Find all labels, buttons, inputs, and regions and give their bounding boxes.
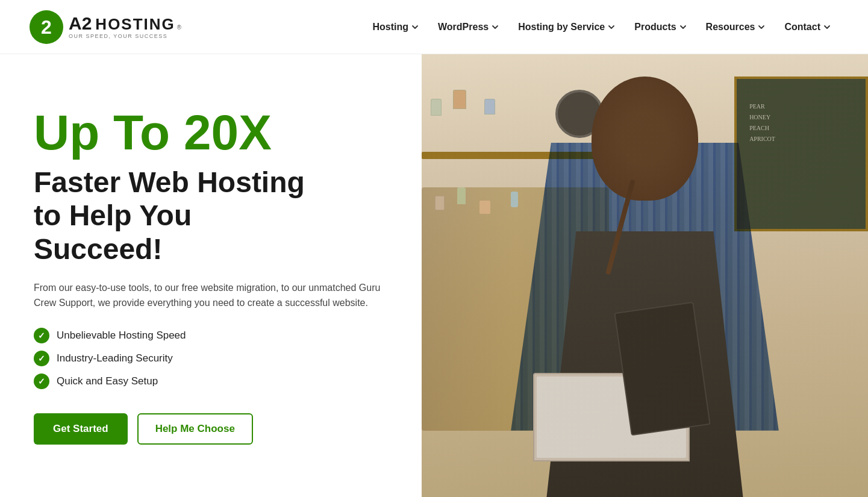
hero-section: Up To 20X Faster Web Hosting to Help You… — [0, 54, 868, 497]
container-4 — [511, 192, 518, 207]
chalkboard: PEARHONEYPEACHAPRICOT — [734, 77, 868, 231]
nav-link-resources[interactable]: Resources — [698, 17, 774, 37]
logo-text: A2 HOSTING ® OUR SPEED, YOUR SUCCESS — [69, 14, 181, 39]
logo-a2: A2 — [69, 14, 92, 33]
jar-2 — [453, 90, 466, 109]
nav-label-products: Products — [634, 22, 676, 33]
nav-link-contact[interactable]: Contact — [776, 17, 839, 37]
nav-item-contact: Contact — [776, 17, 839, 37]
cta-buttons: Get Started Help Me Choose — [34, 413, 393, 445]
feature-item-security: Industry-Leading Security — [34, 351, 393, 366]
logo-wrap: 2 A2 HOSTING ® OUR SPEED, YOUR SUCCESS — [29, 10, 181, 45]
svg-text:2: 2 — [41, 16, 52, 38]
chevron-down-icon — [679, 23, 687, 31]
logo-icon: 2 — [29, 10, 64, 45]
chevron-down-icon — [411, 23, 419, 31]
chevron-down-icon — [492, 23, 499, 31]
check-icon-security — [34, 351, 49, 366]
check-icon-speed — [34, 328, 49, 343]
jar-1 — [431, 99, 442, 116]
container-1 — [435, 196, 445, 210]
hero-subtitle: Faster Web Hosting to Help You Succeed! — [34, 166, 393, 266]
nav-link-products[interactable]: Products — [626, 17, 695, 37]
logo[interactable]: 2 A2 HOSTING ® OUR SPEED, YOUR SUCCESS — [29, 10, 181, 45]
jar-3 — [484, 99, 495, 114]
chalkboard-text: PEARHONEYPEACHAPRICOT — [749, 101, 775, 145]
feature-item-speed: Unbelievable Hosting Speed — [34, 328, 393, 343]
features-list: Unbelievable Hosting Speed Industry-Lead… — [34, 328, 393, 389]
nav-item-wordpress: WordPress — [429, 17, 507, 37]
feature-item-setup: Quick and Easy Setup — [34, 374, 393, 389]
chevron-down-icon — [823, 23, 831, 31]
nav-item-hosting-by-service: Hosting by Service — [510, 17, 623, 37]
hero-content: Up To 20X Faster Web Hosting to Help You… — [0, 54, 422, 497]
hero-subtitle-line2: to Help You — [34, 199, 192, 231]
head — [592, 77, 699, 201]
nav-label-hosting-by-service: Hosting by Service — [518, 22, 605, 33]
hero-uptitle: Up To 20X — [34, 107, 393, 158]
hero-image: PEARHONEYPEACHAPRICOT — [422, 54, 868, 497]
navbar: 2 A2 HOSTING ® OUR SPEED, YOUR SUCCESS H… — [0, 0, 868, 54]
nav-menu: Hosting WordPress Hosting by Service — [364, 17, 839, 37]
nav-label-contact: Contact — [784, 22, 820, 33]
hero-subtitle-line3: Succeed! — [34, 233, 162, 265]
nav-link-wordpress[interactable]: WordPress — [429, 17, 507, 37]
logo-reg: ® — [177, 25, 181, 31]
logo-tagline: OUR SPEED, YOUR SUCCESS — [69, 34, 181, 39]
nav-label-wordpress: WordPress — [438, 22, 489, 33]
photo-scene: PEARHONEYPEACHAPRICOT — [422, 54, 868, 497]
nav-label-hosting: Hosting — [372, 22, 408, 33]
feature-label-speed: Unbelievable Hosting Speed — [57, 330, 186, 342]
feature-label-security: Industry-Leading Security — [57, 352, 173, 364]
nav-item-resources: Resources — [698, 17, 774, 37]
help-me-choose-button[interactable]: Help Me Choose — [137, 413, 253, 445]
nav-link-hosting[interactable]: Hosting — [364, 17, 427, 37]
logo-hosting-text: HOSTING — [95, 16, 175, 32]
container-2 — [457, 187, 466, 204]
hero-subtitle-line1: Faster Web Hosting — [34, 166, 305, 198]
get-started-button[interactable]: Get Started — [34, 413, 128, 445]
chevron-down-icon — [758, 23, 765, 31]
container-3 — [479, 201, 490, 214]
feature-label-setup: Quick and Easy Setup — [57, 375, 158, 387]
nav-label-resources: Resources — [706, 22, 755, 33]
hero-description: From our easy-to-use tools, to our free … — [34, 280, 393, 311]
chevron-down-icon — [608, 23, 615, 31]
nav-item-hosting: Hosting — [364, 17, 427, 37]
nav-item-products: Products — [626, 17, 695, 37]
nav-link-hosting-by-service[interactable]: Hosting by Service — [510, 17, 623, 37]
check-icon-setup — [34, 374, 49, 389]
